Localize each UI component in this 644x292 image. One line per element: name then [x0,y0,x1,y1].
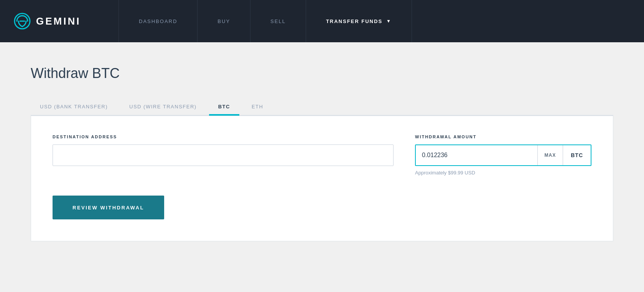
tab-usd-bank[interactable]: USD (BANK TRANSFER) [31,99,117,116]
approx-usd-text: Approximately $99.99 USD [415,170,591,176]
amount-label: WITHDRAWAL AMOUNT [415,134,591,139]
submit-row: REVIEW WITHDRAWAL [53,196,591,219]
review-withdrawal-button[interactable]: REVIEW WITHDRAWAL [53,196,164,219]
nav-item-dashboard[interactable]: DASHBOARD [119,0,198,42]
tab-usd-wire[interactable]: USD (WIRE TRANSFER) [120,99,206,116]
amount-input-group: MAX BTC [415,144,591,166]
form-row: DESTINATION ADDRESS WITHDRAWAL AMOUNT MA… [53,134,591,176]
nav-item-buy[interactable]: BUY [198,0,250,42]
nav-item-transfer-funds[interactable]: TRANSFER FUNDS ▼ [306,0,412,42]
nav-item-sell[interactable]: SELL [250,0,306,42]
tab-btc[interactable]: BTC [209,99,239,116]
withdraw-form-card: DESTINATION ADDRESS WITHDRAWAL AMOUNT MA… [31,116,613,241]
max-button[interactable]: MAX [537,145,563,165]
tab-eth[interactable]: ETH [242,99,273,116]
destination-label: DESTINATION ADDRESS [53,134,394,139]
page-title: Withdraw BTC [31,65,613,81]
withdrawal-tabs: USD (BANK TRANSFER) USD (WIRE TRANSFER) … [31,98,613,116]
gemini-logo-icon [14,13,31,30]
amount-input[interactable] [416,145,537,165]
destination-group: DESTINATION ADDRESS [53,134,394,166]
header: GEMINI DASHBOARD BUY SELL TRANSFER FUNDS… [0,0,644,42]
logo-text: GEMINI [36,15,81,27]
transfer-funds-chevron-icon: ▼ [386,18,392,24]
main-nav: DASHBOARD BUY SELL TRANSFER FUNDS ▼ [119,0,644,42]
main-content: Withdraw BTC USD (BANK TRANSFER) USD (WI… [0,42,644,264]
destination-address-input[interactable] [53,144,394,166]
currency-label: BTC [563,145,591,165]
amount-group: WITHDRAWAL AMOUNT MAX BTC Approximately … [415,134,591,176]
logo-area: GEMINI [0,0,119,42]
